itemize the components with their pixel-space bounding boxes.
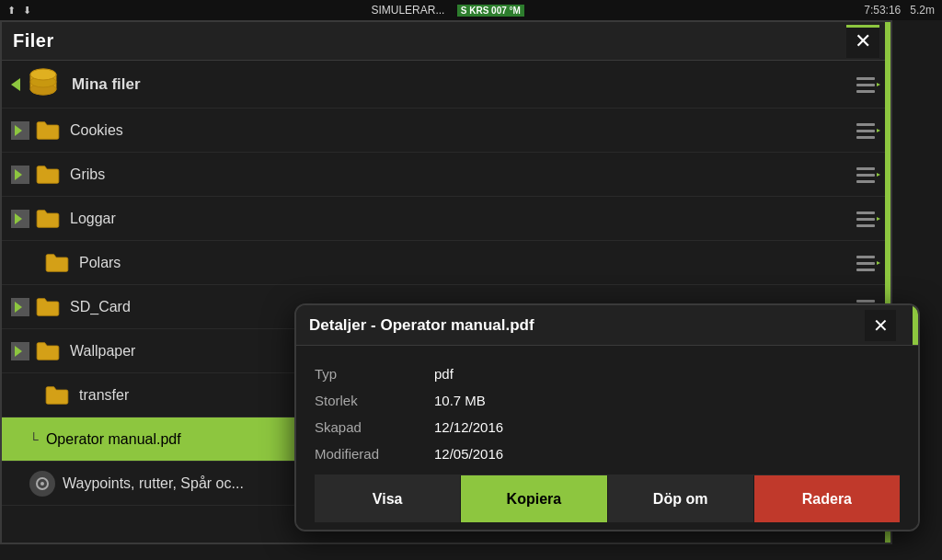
expand-btn[interactable] <box>11 342 29 360</box>
chevron-right-icon <box>15 346 22 357</box>
detail-body: Typ pdf Storlek 10.7 MB Skapad 12/12/201… <box>296 346 918 530</box>
dop-om-button[interactable]: Döp om <box>608 475 754 522</box>
chevron-right-icon <box>15 213 22 224</box>
list-item[interactable]: Cookies <box>2 109 890 153</box>
svg-rect-24 <box>856 300 875 303</box>
svg-rect-22 <box>856 269 875 271</box>
list-item[interactable]: Gribs <box>2 153 890 197</box>
waypoints-icon <box>29 471 55 497</box>
detail-value-typ: pdf <box>434 366 454 382</box>
detail-value-skapad: 12/12/2016 <box>434 419 503 435</box>
svg-rect-4 <box>856 77 875 80</box>
svg-marker-23 <box>877 261 880 265</box>
mina-filer-label: Mina filer <box>72 75 141 94</box>
status-bar: ⬆ ⬇ SIMULERAR... S KRS 007 °M 7:53:16 5.… <box>0 0 942 20</box>
svg-rect-20 <box>856 256 875 258</box>
signal-badge: S KRS 007 °M <box>457 5 524 17</box>
file-window-header: Filer ✕ <box>2 22 890 61</box>
svg-rect-14 <box>856 180 875 183</box>
folder-icon <box>35 341 61 361</box>
svg-point-3 <box>30 69 56 80</box>
kopiera-button[interactable]: Kopiera <box>461 475 607 522</box>
expand-btn[interactable] <box>11 210 29 228</box>
database-icon <box>28 68 59 100</box>
visa-button[interactable]: Visa <box>315 475 461 522</box>
loggar-action-icon <box>856 209 881 229</box>
detail-label-modifierad: Modifierad <box>315 446 434 462</box>
cookies-label: Cookies <box>70 122 856 139</box>
detail-value-modifierad: 12/05/2016 <box>434 446 503 462</box>
simulator-label: SIMULERAR... <box>371 4 444 17</box>
polars-action-icon <box>856 253 881 273</box>
gribs-action-icon <box>856 165 881 185</box>
detail-row-skapad: Skapad 12/12/2016 <box>315 414 900 440</box>
mina-filer-row[interactable]: Mina filer <box>2 61 890 109</box>
folder-icon <box>35 120 61 141</box>
chevron-right-icon <box>15 302 22 313</box>
time-display: 7:53:16 <box>864 4 901 17</box>
expand-triangle-icon <box>11 78 20 91</box>
chevron-right-icon <box>15 125 22 136</box>
status-bar-left: ⬆ ⬇ <box>7 5 31 17</box>
folder-icon <box>35 209 61 229</box>
cookies-action-icon <box>856 120 881 141</box>
radera-button[interactable]: Radera <box>754 475 900 522</box>
folder-icon <box>35 297 61 317</box>
detail-row-storlek: Storlek 10.7 MB <box>315 387 900 414</box>
status-bar-center: SIMULERAR... S KRS 007 °M <box>371 4 524 17</box>
detail-title: Detaljer - Operator manual.pdf <box>309 316 534 335</box>
detail-label-typ: Typ <box>315 366 434 382</box>
file-window-title: Filer <box>13 30 54 51</box>
expand-btn[interactable] <box>11 121 29 140</box>
svg-point-33 <box>40 482 44 486</box>
file-window-close-button[interactable]: ✕ <box>846 25 879 58</box>
download-icon: ⬇ <box>23 5 31 17</box>
svg-rect-12 <box>856 167 875 170</box>
svg-marker-15 <box>877 173 880 177</box>
chevron-right-icon <box>15 169 22 180</box>
detail-dialog: Detaljer - Operator manual.pdf ✕ Typ pdf… <box>294 303 920 531</box>
svg-rect-13 <box>856 174 875 177</box>
distance-display: 5.2m <box>910 4 935 17</box>
folder-icon <box>44 253 70 273</box>
polars-label: Polars <box>79 255 856 271</box>
detail-label-skapad: Skapad <box>315 419 434 435</box>
expand-btn[interactable] <box>11 166 29 184</box>
svg-rect-16 <box>856 211 875 214</box>
mina-filer-action-icon <box>856 74 881 95</box>
detail-close-button[interactable]: ✕ <box>865 310 896 341</box>
svg-rect-5 <box>856 84 875 86</box>
svg-rect-8 <box>856 123 875 126</box>
detail-row-typ: Typ pdf <box>315 360 900 387</box>
svg-marker-7 <box>877 83 880 86</box>
svg-rect-18 <box>856 224 875 227</box>
svg-rect-17 <box>856 218 875 221</box>
detail-actions: Visa Kopiera Döp om Radera <box>315 474 900 522</box>
svg-rect-21 <box>856 262 875 265</box>
status-bar-right: 7:53:16 5.2m <box>864 4 935 17</box>
upload-icon: ⬆ <box>7 5 16 17</box>
detail-value-storlek: 10.7 MB <box>434 393 486 408</box>
folder-icon <box>35 165 61 185</box>
expand-btn[interactable] <box>11 298 29 316</box>
svg-rect-6 <box>856 90 875 93</box>
loggar-label: Loggar <box>70 211 856 227</box>
list-item[interactable]: Loggar <box>2 197 890 241</box>
svg-rect-9 <box>856 130 875 132</box>
detail-label-storlek: Storlek <box>315 393 434 408</box>
list-item[interactable]: Polars <box>2 241 890 285</box>
svg-marker-11 <box>877 129 880 132</box>
detail-row-modifierad: Modifierad 12/05/2016 <box>315 440 900 467</box>
svg-marker-19 <box>877 217 880 221</box>
svg-rect-10 <box>856 136 875 139</box>
detail-header: Detaljer - Operator manual.pdf ✕ <box>296 305 918 346</box>
gribs-label: Gribs <box>70 166 856 183</box>
folder-icon <box>44 385 70 406</box>
